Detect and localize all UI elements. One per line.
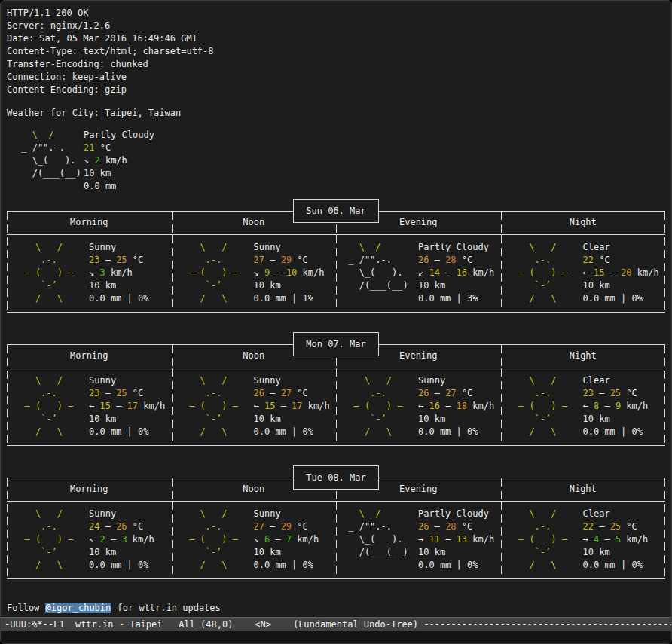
sunny-icon: \ / .-. ― ( ) ― `-’ / \	[179, 508, 254, 572]
icon-art-row: \ /	[14, 374, 89, 387]
icon-art-row: \ /	[343, 508, 418, 520]
condition-text: Sunny	[89, 508, 154, 520]
weather-info: Partly Cloudy26 – 28 °C→ 11 – 13 km/h10 …	[418, 508, 494, 572]
condition-text: Partly Cloudy	[418, 508, 494, 520]
location-line: Weather for City: Taipei, Taiwan	[7, 107, 664, 120]
value-segment: ↖	[89, 534, 99, 545]
value-segment: ↘	[89, 267, 99, 278]
sunny-icon: \ / .-. ― ( ) ― `-’ / \	[508, 508, 583, 572]
value-segment: –	[594, 521, 610, 532]
value-segment: 26	[418, 388, 429, 398]
precipitation-value: 0.0 mm	[84, 180, 154, 193]
sunny-icon: \ / .-. ― ( ) ― `-’ / \	[14, 241, 89, 305]
value-segment: °C	[127, 388, 144, 398]
value-segment: °C	[127, 521, 144, 532]
echo-area	[1, 631, 671, 643]
value-segment: °C	[292, 255, 308, 265]
weather-info: Sunny27 – 29 °C↘ 6 – 7 km/h10 km0.0 mm |…	[254, 508, 319, 572]
icon-art-row: \ /	[343, 374, 418, 387]
icon-art-row	[343, 559, 418, 572]
weather-block: \ / .-. ― ( ) ― `-’ / \Clear22 °C← 15 – …	[508, 241, 666, 305]
date-box: Tue 08. Mar	[293, 465, 378, 490]
icon-art-row: \_( ).	[343, 533, 418, 546]
value-segment: ↘	[84, 155, 94, 166]
twitter-handle-link[interactable]: @igor_chubin	[45, 603, 112, 613]
temperature-value: 21 °C	[84, 142, 154, 154]
forecast-cell: \ / .-. ― ( ) ― `-’ / \Sunny26 – 27 °C← …	[172, 368, 337, 445]
footer-prefix: Follow	[7, 603, 45, 613]
date-box: Sun 06. Mar	[293, 199, 378, 223]
icon-art-row: / \	[14, 292, 89, 305]
icon-art-row: .-.	[14, 254, 89, 267]
visibility-value: 10 km	[89, 279, 148, 292]
weather-info: Clear22 °C← 15 – 20 km/h10 km0.0 mm | 0%	[583, 241, 659, 305]
icon-art-row: .-.	[508, 520, 583, 533]
temperature-value: 27 – 29 °C	[254, 254, 325, 267]
icon-art-row: / \	[179, 559, 254, 572]
value-segment: 28	[445, 255, 456, 265]
wind-value: ↘ 9 – 10 km/h	[254, 267, 325, 279]
value-segment: 26	[418, 255, 429, 265]
icon-art-row: .-.	[508, 254, 583, 267]
value-segment: 26	[418, 521, 429, 532]
condition-text: Sunny	[89, 374, 165, 387]
wind-value: ↖ 2 – 3 km/h	[89, 533, 154, 546]
value-segment: 16	[457, 267, 467, 278]
value-segment: –	[604, 267, 621, 278]
icon-art-row: \ /	[508, 508, 583, 520]
icon-art-row: ― ( ) ―	[14, 267, 89, 279]
value-segment: –	[270, 534, 286, 545]
table-body-row: \ / .-. ― ( ) ― `-’ / \Sunny23 – 25 °C← …	[7, 368, 665, 445]
icon-art-row: .-.	[14, 520, 89, 533]
value-segment: km/h	[127, 534, 154, 545]
temperature-value: 26 – 28 °C	[418, 254, 494, 267]
value-segment: km/h	[297, 267, 324, 278]
value-segment: °C	[594, 255, 610, 265]
visibility-value: 10 km	[84, 167, 154, 180]
icon-art-row: ― ( ) ―	[14, 400, 89, 413]
value-segment: °C	[127, 255, 144, 265]
icon-art-row: \ /	[179, 241, 254, 254]
value-segment: km/h	[292, 534, 319, 545]
icon-art-row: /(___(__)	[343, 546, 418, 559]
value-segment: ↘	[254, 267, 264, 278]
icon-art-row: \ /	[179, 374, 254, 387]
weather-info: Partly Cloudy21 °C↘ 2 km/h10 km0.0 mm	[84, 129, 154, 193]
icon-art-row: ― ( ) ―	[343, 400, 418, 413]
footer-suffix: for wttr.in updates	[111, 603, 221, 613]
forecast-cell: \ / .-. ― ( ) ― `-’ / \Sunny23 – 25 °C↘ …	[7, 235, 172, 312]
forecast-table: MorningNoonEveningNight \ / .-. ― ( ) ― …	[7, 344, 665, 446]
forecast-day: Mon 07. MarMorningNoonEveningNight \ / .…	[7, 332, 665, 446]
icon-art-row: \_( ).	[343, 267, 418, 279]
weather-info: Clear23 – 25 °C← 8 – 9 km/h10 km0.0 mm |…	[583, 374, 649, 438]
icon-art-row: `-’	[14, 546, 89, 559]
value-segment: ←	[418, 401, 429, 411]
value-segment: 23	[89, 255, 99, 265]
weather-info: Clear22 – 25 °C→ 4 – 5 km/h10 km0.0 mm |…	[583, 508, 649, 572]
value-segment: km/h	[467, 267, 494, 278]
icon-art-row: \ /	[343, 241, 418, 254]
value-segment: km/h	[467, 401, 494, 411]
temperature-value: 22 °C	[583, 254, 659, 267]
temperature-value: 23 – 25 °C	[583, 387, 649, 400]
weather-block: \ / .-. ― ( ) ― `-’ / \Clear22 – 25 °C→ …	[508, 508, 666, 572]
condition-text: Sunny	[254, 241, 325, 254]
value-segment: →	[418, 534, 429, 545]
icon-art-row: / \	[343, 426, 418, 438]
weather-block: \ / _ /"".-. \_( ). /(___(__) Partly Clo…	[343, 241, 501, 305]
temperature-value: 23 – 25 °C	[89, 254, 148, 267]
condition-text: Clear	[583, 374, 649, 387]
value-segment: –	[440, 267, 457, 278]
icon-art-row: \ /	[508, 374, 583, 387]
weather-info: Sunny26 – 27 °C← 15 – 17 km/h10 km0.0 mm…	[254, 374, 330, 438]
condition-text: Partly Cloudy	[418, 241, 494, 254]
icon-art-row: \ /	[14, 508, 89, 520]
forecast-day: Sun 06. MarMorningNoonEveningNight \ / .…	[7, 199, 665, 313]
icon-art-row: ― ( ) ―	[179, 400, 254, 413]
condition-text: Sunny	[418, 374, 494, 387]
visibility-value: 10 km	[583, 546, 649, 559]
value-segment: 18	[457, 401, 467, 411]
forecast-cell: \ / .-. ― ( ) ― `-’ / \Clear23 – 25 °C← …	[501, 368, 666, 445]
forecast-day: Tue 08. MarMorningNoonEveningNight \ / .…	[7, 465, 665, 579]
wind-value: ↘ 6 – 7 km/h	[254, 533, 319, 546]
